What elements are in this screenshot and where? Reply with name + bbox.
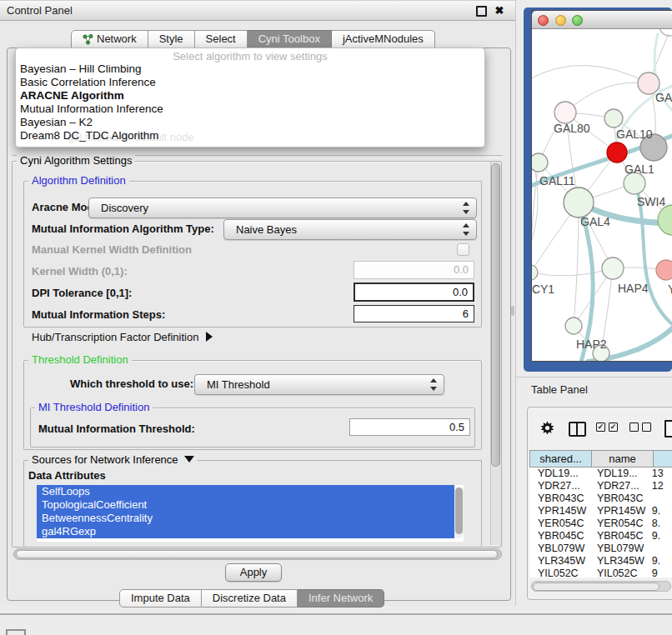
network-edge[interactable] bbox=[565, 82, 649, 112]
bottom-tabbar: Impute DataDiscretize DataInfer Network bbox=[119, 589, 384, 608]
float-icon[interactable] bbox=[476, 6, 487, 17]
zoom-traffic-light-icon[interactable] bbox=[572, 15, 583, 26]
mi-threshold-label: Mutual Information Threshold: bbox=[38, 422, 195, 435]
mi-steps-field[interactable]: 6 bbox=[354, 305, 474, 322]
network-edge[interactable] bbox=[532, 268, 613, 276]
panel-splitter-handle[interactable] bbox=[511, 306, 514, 316]
settings-hscrollbar-thumb[interactable] bbox=[16, 550, 498, 558]
node-label: HAP2 bbox=[576, 338, 607, 351]
close-traffic-light-icon[interactable] bbox=[538, 15, 549, 26]
node-hap2[interactable] bbox=[565, 318, 582, 334]
table-row[interactable]: YIL052CYIL052C9 bbox=[529, 568, 672, 578]
split-columns-icon[interactable] bbox=[569, 422, 586, 437]
network-window: GALGAL80GAL10GAL1GAL11SWI4GAL4GCY1HAP4YH… bbox=[531, 10, 672, 362]
table-row[interactable]: YLR345WYLR345W9. bbox=[529, 555, 672, 568]
minimize-traffic-light-icon[interactable] bbox=[555, 15, 566, 26]
algorithm-option[interactable]: Dream8 DC_TDC Algorithm bbox=[20, 129, 480, 142]
table-cell bbox=[648, 542, 672, 555]
mi-steps-label: Mutual Information Steps: bbox=[32, 308, 165, 321]
node-hap4[interactable] bbox=[602, 258, 624, 279]
deselect-all-columns-icon[interactable] bbox=[629, 422, 651, 432]
network-graph: GALGAL80GAL10GAL1GAL11SWI4GAL4GCY1HAP4YH… bbox=[532, 29, 672, 361]
node-gal4[interactable] bbox=[564, 188, 594, 218]
dpi-tolerance-field[interactable]: 0.0 bbox=[354, 282, 474, 302]
table-row[interactable]: YBR045CYBR045C9. bbox=[529, 530, 672, 542]
table-horizontal-scrollbar[interactable] bbox=[531, 581, 671, 592]
settings-horizontal-scrollbar[interactable] bbox=[13, 548, 502, 560]
sources-disclosure[interactable]: Sources for Network Inference bbox=[28, 454, 198, 466]
minimized-window-icon[interactable] bbox=[6, 629, 26, 635]
table-cell: YER054C bbox=[589, 518, 648, 530]
mi-threshold-field[interactable]: 0.5 bbox=[349, 418, 470, 436]
bottom-tab-impute-data[interactable]: Impute Data bbox=[119, 589, 202, 608]
network-window-titlebar[interactable] bbox=[532, 11, 672, 29]
table-row[interactable]: YBR043CYBR043C bbox=[529, 492, 672, 505]
tab-style[interactable]: Style bbox=[148, 30, 195, 48]
algorithm-option[interactable]: Basic Correlation Inference bbox=[20, 76, 480, 89]
aracne-mode-select[interactable]: Discovery bbox=[88, 198, 477, 218]
node-big-green[interactable] bbox=[658, 205, 672, 235]
table-row[interactable]: YDR27...YDR27...12 bbox=[529, 480, 672, 492]
stepper-icon bbox=[463, 202, 470, 214]
close-icon[interactable]: ✖ bbox=[492, 1, 507, 20]
kernel-width-field[interactable]: 0.0 bbox=[354, 261, 474, 279]
table-body: YDL19...YDL19...13YDR27...YDR27...12YBR0… bbox=[529, 468, 672, 578]
which-threshold-select[interactable]: MI Threshold bbox=[194, 374, 444, 395]
attribute-item[interactable]: TopologicalCoefficient bbox=[37, 498, 454, 512]
algorithm-option[interactable]: Bayesian – Hill Climbing bbox=[20, 62, 480, 76]
node-unlabeled-top[interactable] bbox=[659, 29, 672, 36]
manual-kernel-checkbox[interactable] bbox=[457, 243, 469, 256]
attribute-item[interactable]: gal4RGexp bbox=[37, 525, 454, 538]
settings-scrollbar-thumb[interactable] bbox=[491, 163, 500, 467]
node-gal80[interactable] bbox=[554, 102, 576, 123]
node-gal1-red[interactable] bbox=[607, 142, 627, 162]
bottom-tab-infer-network[interactable]: Infer Network bbox=[298, 589, 384, 608]
table-row[interactable]: YER054CYER054C8. bbox=[529, 518, 672, 530]
algorithm-option[interactable]: Bayesian – K2 bbox=[20, 116, 480, 129]
node-salmon[interactable] bbox=[656, 260, 672, 280]
attribute-item[interactable]: SelfLoops bbox=[37, 485, 454, 498]
algorithm-option[interactable]: ARACNE Algorithm bbox=[20, 89, 480, 102]
bottom-tab-discretize-data[interactable]: Discretize Data bbox=[202, 589, 298, 608]
settings-vertical-scrollbar[interactable] bbox=[490, 162, 501, 545]
attribute-item[interactable]: BetweennessCentrality bbox=[37, 512, 454, 525]
table-cell: YIL052C bbox=[589, 568, 648, 578]
table-row[interactable]: YDL19...YDL19...13 bbox=[529, 468, 672, 480]
node-gal11[interactable] bbox=[532, 153, 548, 172]
node-gcy1[interactable] bbox=[532, 265, 538, 280]
gear-icon[interactable] bbox=[540, 421, 554, 435]
tab-jactivemnodules[interactable]: jActiveMNodules bbox=[332, 30, 435, 48]
table-column-header[interactable]: A bbox=[654, 450, 672, 468]
attributes-scrollbar[interactable] bbox=[454, 487, 464, 538]
tab-cyni-toolbox[interactable]: Cyni Toolbox bbox=[248, 30, 332, 48]
apply-button[interactable]: Apply bbox=[225, 563, 282, 582]
cyni-algorithm-settings-title: Cyni Algorithm Settings bbox=[17, 155, 135, 167]
algorithm-definition-title: Algorithm Definition bbox=[28, 175, 129, 187]
attributes-scrollbar-thumb[interactable] bbox=[455, 488, 463, 534]
node-label: SWI4 bbox=[637, 195, 665, 208]
table-cell: 8. bbox=[648, 518, 672, 530]
table-hscrollbar-thumb[interactable] bbox=[533, 582, 659, 591]
network-icon bbox=[83, 34, 93, 45]
tab-select[interactable]: Select bbox=[195, 30, 248, 48]
node-gal10[interactable] bbox=[604, 109, 623, 128]
bottom-divider bbox=[0, 613, 672, 615]
select-all-columns-icon[interactable]: ✓✓ bbox=[596, 422, 618, 432]
table-row[interactable]: YBL079WYBL079W bbox=[529, 542, 672, 555]
network-edge[interactable] bbox=[532, 162, 539, 272]
table-column-header[interactable]: shared... bbox=[529, 450, 592, 468]
network-edge[interactable] bbox=[574, 202, 579, 326]
network-edge[interactable] bbox=[532, 65, 649, 83]
node-label: GCY1 bbox=[532, 282, 554, 296]
hub-definition-disclosure[interactable]: Hub/Transcription Factor Definition bbox=[32, 331, 213, 343]
node-label: GAL80 bbox=[554, 122, 590, 135]
network-canvas[interactable]: GALGAL80GAL10GAL1GAL11SWI4GAL4GCY1HAP4YH… bbox=[532, 29, 672, 361]
mi-type-select[interactable]: Naive Bayes bbox=[223, 219, 477, 240]
new-table-icon[interactable] bbox=[664, 420, 672, 438]
dpi-tolerance-label: DPI Tolerance [0,1]: bbox=[32, 287, 132, 299]
table-column-header[interactable]: name bbox=[592, 450, 654, 468]
table-row[interactable]: YPR145WYPR145W9. bbox=[529, 505, 672, 518]
table-cell: YDR27... bbox=[529, 480, 589, 492]
algorithm-option[interactable]: Mutual Information Inference bbox=[20, 102, 480, 116]
tab-network[interactable]: Network bbox=[71, 30, 148, 48]
